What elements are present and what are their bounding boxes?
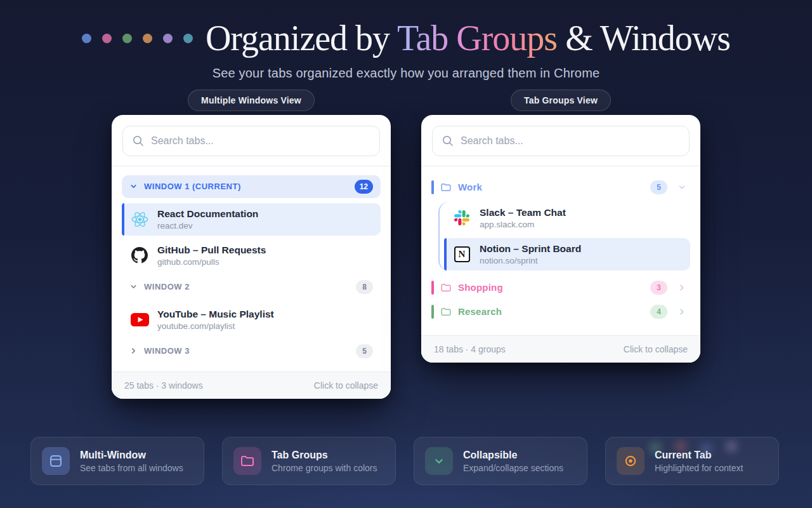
feature-title: Collapsible (463, 450, 563, 461)
window-1-header[interactable]: WINDOW 1 (CURRENT) 12 (122, 175, 381, 198)
groups-panel: Work 5 Slack – Team Chat app.sla (421, 115, 700, 363)
folder-icon (233, 447, 261, 475)
chevron-right-icon (678, 307, 686, 316)
tab-count-badge: 12 (355, 180, 373, 194)
feature-collapsible: Collapsible Expand/collapse sections (414, 437, 587, 485)
tab-count-badge: 4 (650, 305, 667, 319)
group-color-bar (431, 281, 434, 295)
groups-panel-footer[interactable]: 18 tabs · 4 groups Click to collapse (421, 335, 700, 363)
feature-title: Tab Groups (272, 450, 377, 461)
accent-dot (122, 34, 132, 43)
group-color-bar (431, 305, 434, 319)
tab-row-notion[interactable]: N Notion – Sprint Board notion.so/sprint (444, 238, 690, 271)
windows-panel-footer[interactable]: 25 tabs · 3 windows Click to collapse (112, 371, 391, 399)
search-input[interactable] (461, 135, 679, 147)
tab-title: React Documentation (157, 208, 258, 220)
tab-count-badge: 5 (356, 344, 373, 358)
search-icon (442, 135, 454, 147)
window-label: WINDOW 1 (CURRENT) (144, 182, 241, 191)
tab-url: app.slack.com (480, 220, 566, 229)
window-2-header[interactable]: WINDOW 2 8 (122, 276, 381, 298)
chevron-down-icon (129, 182, 138, 190)
feature-current-tab: Current Tab Highlighted for context (605, 437, 779, 485)
chevron-down-icon (129, 283, 138, 291)
feature-cards: Multi-Window See tabs from all windows T… (30, 437, 779, 485)
slack-icon (452, 210, 472, 225)
tab-row-youtube[interactable]: YouTube – Music Playlist youtube.com/pla… (122, 304, 381, 336)
tab-count-badge: 3 (650, 281, 667, 295)
chevron-down-icon (678, 183, 686, 192)
page-subtitle: See your tabs organized exactly how you … (0, 66, 812, 81)
notion-icon: N (452, 246, 472, 262)
feature-desc: Chrome groups with colors (272, 463, 377, 473)
multiple-windows-view-button[interactable]: Multiple Windows View (188, 90, 315, 111)
page-title: Organized by Tab Groups & Windows (206, 19, 730, 58)
window-label: WINDOW 2 (144, 282, 190, 291)
tab-title: Slack – Team Chat (480, 206, 566, 218)
group-label: Shopping (458, 282, 503, 293)
feature-desc: See tabs from all windows (80, 463, 183, 473)
group-color-bar (431, 180, 434, 194)
feature-desc: Expand/collapse sections (463, 463, 563, 473)
accent-dot (82, 34, 91, 43)
window-label: WINDOW 3 (144, 346, 190, 356)
tab-title: GitHub – Pull Requests (157, 244, 266, 256)
react-icon (129, 211, 150, 228)
window-icon (42, 447, 70, 475)
feature-title: Current Tab (655, 450, 743, 461)
tab-row-react[interactable]: React Documentation react.dev (122, 203, 381, 236)
tab-row-slack[interactable]: Slack – Team Chat app.slack.com (444, 202, 690, 234)
tab-row-github[interactable]: GitHub – Pull Requests github.com/pulls (122, 239, 381, 272)
search-input[interactable] (151, 135, 370, 147)
group-label: Work (458, 182, 482, 192)
accent-dot (163, 34, 173, 43)
group-tab-list: Slack – Team Chat app.slack.com N Notion… (438, 202, 690, 271)
title-prefix: Organized by (206, 18, 397, 58)
windows-panel: WINDOW 1 (CURRENT) 12 React Documentatio… (112, 115, 391, 399)
folder-icon (440, 282, 452, 293)
chevron-right-icon (129, 347, 138, 355)
tab-groups-view-button[interactable]: Tab Groups View (511, 90, 611, 111)
github-icon (129, 247, 150, 264)
tab-url: github.com/pulls (157, 257, 266, 267)
feature-tab-groups: Tab Groups Chrome groups with colors (222, 437, 396, 485)
tab-count-badge: 8 (356, 280, 373, 294)
accent-dot (183, 34, 193, 43)
feature-desc: Highlighted for context (655, 463, 743, 473)
window-3-header[interactable]: WINDOW 3 5 (122, 340, 381, 363)
tab-title: YouTube – Music Playlist (157, 308, 274, 320)
search-box (432, 126, 690, 156)
tabs-summary: 18 tabs · 4 groups (434, 344, 506, 354)
tab-url: youtube.com/playlist (157, 321, 274, 331)
tab-count-badge: 5 (650, 180, 667, 194)
accent-dot (102, 34, 112, 43)
tab-title: Notion – Sprint Board (480, 243, 581, 255)
target-icon (617, 447, 645, 475)
feature-multi-window: Multi-Window See tabs from all windows (30, 437, 204, 485)
tabs-summary: 25 tabs · 3 windows (124, 380, 203, 391)
title-suffix: & Windows (557, 18, 730, 58)
accent-dot (143, 34, 152, 43)
title-highlight: Tab Groups (397, 18, 557, 58)
search-icon (133, 135, 144, 147)
chevron-right-icon (678, 283, 686, 292)
search-box (122, 126, 380, 156)
collapse-hint: Click to collapse (314, 380, 378, 391)
accent-dots (82, 34, 193, 43)
feature-title: Multi-Window (80, 450, 183, 461)
folder-icon (440, 182, 452, 193)
collapse-hint: Click to collapse (624, 344, 688, 354)
group-header-shopping[interactable]: Shopping 3 (431, 278, 690, 297)
hero-section: Organized by Tab Groups & Windows See yo… (0, 0, 812, 81)
tab-url: notion.so/sprint (480, 256, 581, 265)
tab-url: react.dev (157, 221, 258, 231)
folder-icon (440, 306, 452, 318)
chevron-down-icon (425, 447, 453, 475)
youtube-icon (129, 313, 150, 326)
group-header-research[interactable]: Research 4 (431, 302, 690, 321)
group-label: Research (458, 306, 502, 317)
group-header-work[interactable]: Work 5 (431, 178, 690, 197)
